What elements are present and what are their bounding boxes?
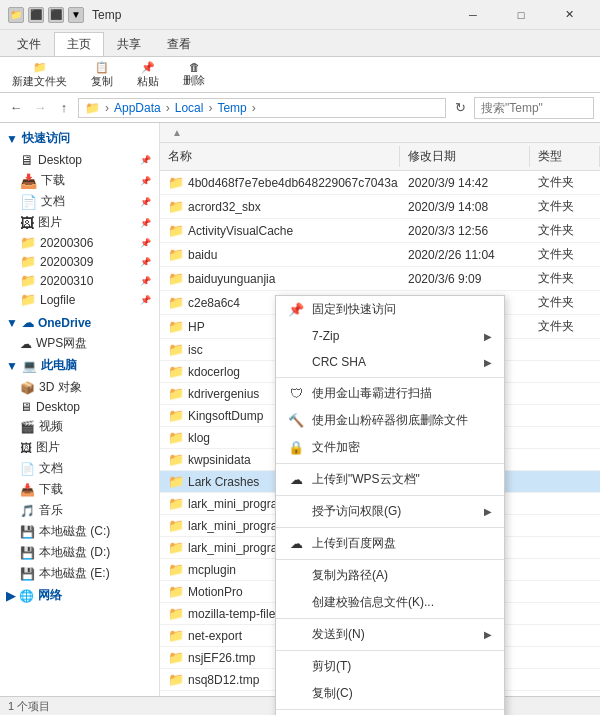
tab-share[interactable]: 共享 <box>104 32 154 56</box>
folder-icon: 📁 <box>20 273 36 288</box>
table-row[interactable]: 📁 baiduyunguanjia 2020/3/6 9:09 文件夹 <box>160 267 600 291</box>
sidebar-item-3d[interactable]: 📦 3D 对象 <box>0 377 159 398</box>
context-menu-item-upload_wps[interactable]: ☁上传到"WPS云文档" <box>276 466 504 493</box>
context-menu-item-pin[interactable]: 📌固定到快速访问 <box>276 296 504 323</box>
close-button[interactable]: ✕ <box>546 1 592 29</box>
sidebar-item-20200309[interactable]: 📁 20200309 📌 <box>0 252 159 271</box>
file-icon: 📁 <box>168 271 184 286</box>
col-header-date[interactable]: 修改日期 <box>400 146 530 167</box>
file-type <box>530 503 600 505</box>
context-menu-item-7zip[interactable]: 7-Zip▶ <box>276 323 504 349</box>
address-path[interactable]: 📁 › AppData › Local › Temp › <box>78 98 446 118</box>
quick-access-header[interactable]: ▼ 快速访问 <box>0 127 159 150</box>
file-icon: 📁 <box>168 386 184 401</box>
nav-icon-3[interactable]: ▼ <box>68 7 84 23</box>
file-name: acrord32_sbx <box>188 200 261 214</box>
sidebar-item-disk-d[interactable]: 💾 本地磁盘 (D:) <box>0 542 159 563</box>
search-input[interactable] <box>481 101 587 115</box>
ribbon-new-folder[interactable]: 📁 新建文件夹 <box>8 59 71 91</box>
sidebar: ▼ 快速访问 🖥 Desktop 📌 📥 下载 📌 📄 文档 📌 🖼 图片 📌 … <box>0 123 160 696</box>
context-menu-item-grant_access[interactable]: 授予访问权限(G)▶ <box>276 498 504 525</box>
file-name: 4b0d468f7e7ebe4db648229067c7043a <box>188 176 398 190</box>
context-menu-label: 上传到"WPS云文档" <box>312 471 492 488</box>
window-controls: ─ □ ✕ <box>450 1 592 29</box>
sidebar-item-label: 3D 对象 <box>39 379 82 396</box>
wps-label: WPS网盘 <box>36 335 87 352</box>
file-name: baiduyunguanjia <box>188 272 275 286</box>
path-appdata[interactable]: AppData <box>114 101 161 115</box>
tab-file[interactable]: 文件 <box>4 32 54 56</box>
ribbon-copy[interactable]: 📋 复制 <box>87 59 117 91</box>
context-menu-item-create_shortcut_link[interactable]: 创建校验信息文件(K)... <box>276 589 504 616</box>
sidebar-item-disk-c[interactable]: 💾 本地磁盘 (C:) <box>0 521 159 542</box>
refresh-button[interactable]: ↻ <box>450 98 470 118</box>
sidebar-item-docs2[interactable]: 📄 文档 <box>0 458 159 479</box>
ribbon-paste[interactable]: 📌 粘贴 <box>133 59 163 91</box>
file-name: mozilla-temp-files <box>188 607 281 621</box>
sidebar-item-disk-e[interactable]: 💾 本地磁盘 (E:) <box>0 563 159 584</box>
nav-icon-1[interactable]: ⬛ <box>28 7 44 23</box>
context-menu-item-encrypt[interactable]: 🔒文件加密 <box>276 434 504 461</box>
sidebar-item-desktop2[interactable]: 🖥 Desktop <box>0 398 159 416</box>
up-button[interactable]: ↑ <box>54 98 74 118</box>
file-icon: 📁 <box>168 694 184 696</box>
sidebar-item-video[interactable]: 🎬 视频 <box>0 416 159 437</box>
sidebar-item-20200310[interactable]: 📁 20200310 📌 <box>0 271 159 290</box>
sidebar-item-desktop[interactable]: 🖥 Desktop 📌 <box>0 150 159 170</box>
context-menu-item-copy[interactable]: 复制(C) <box>276 680 504 707</box>
file-type <box>530 569 600 571</box>
sidebar-item-downloads[interactable]: 📥 下载 📌 <box>0 170 159 191</box>
sidebar-item-logfile[interactable]: 📁 Logfile 📌 <box>0 290 159 309</box>
nav-icon-2[interactable]: ⬛ <box>48 7 64 23</box>
ribbon-delete[interactable]: 🗑 删除 <box>179 59 209 90</box>
file-name: kdocerlog <box>188 365 240 379</box>
context-menu-label: 上传到百度网盘 <box>312 535 492 552</box>
minimize-button[interactable]: ─ <box>450 1 496 29</box>
sidebar-item-music[interactable]: 🎵 音乐 <box>0 500 159 521</box>
sidebar-item-20200306[interactable]: 📁 20200306 📌 <box>0 233 159 252</box>
table-row[interactable]: 📁 baidu 2020/2/26 11:04 文件夹 <box>160 243 600 267</box>
context-menu-item-upload_baidu[interactable]: ☁上传到百度网盘 <box>276 530 504 557</box>
context-menu: 📌固定到快速访问7-Zip▶CRC SHA▶🛡使用金山毒霸进行扫描🔨使用金山粉碎… <box>275 295 505 715</box>
path-temp[interactable]: Temp <box>217 101 246 115</box>
sidebar-item-label: 本地磁盘 (E:) <box>39 565 110 582</box>
sidebar-item-wps[interactable]: ☁ WPS网盘 <box>0 333 159 354</box>
file-type <box>530 657 600 659</box>
back-button[interactable]: ← <box>6 98 26 118</box>
sidebar-item-pictures[interactable]: 🖼 图片 📌 <box>0 212 159 233</box>
tab-view[interactable]: 查看 <box>154 32 204 56</box>
sidebar-item-documents[interactable]: 📄 文档 📌 <box>0 191 159 212</box>
title-bar-icons: 📁 ⬛ ⬛ ▼ <box>8 7 84 23</box>
download-icon: 📥 <box>20 173 37 189</box>
file-type: 文件夹 <box>530 197 600 216</box>
col-header-type[interactable]: 类型 <box>530 146 600 167</box>
context-menu-item-shred[interactable]: 🔨使用金山粉碎器彻底删除文件 <box>276 407 504 434</box>
thispc-header[interactable]: ▼ 💻 此电脑 <box>0 354 159 377</box>
file-date: 2020/3/9 14:08 <box>400 199 530 215</box>
file-icon: 📁 <box>168 364 184 379</box>
context-menu-item-crc[interactable]: CRC SHA▶ <box>276 349 504 375</box>
path-local[interactable]: Local <box>175 101 204 115</box>
file-icon: 📁 <box>168 496 184 511</box>
sidebar-item-pictures2[interactable]: 🖼 图片 <box>0 437 159 458</box>
collapse-icon: ▼ <box>6 316 18 330</box>
network-header[interactable]: ▶ 🌐 网络 <box>0 584 159 607</box>
desktop-icon: 🖥 <box>20 152 34 168</box>
forward-button[interactable]: → <box>30 98 50 118</box>
delete-icon: 🗑 <box>189 61 200 73</box>
context-menu-divider <box>276 709 504 710</box>
context-menu-item-copy_path[interactable]: 复制为路径(A) <box>276 562 504 589</box>
col-header-name[interactable]: 名称 <box>160 146 400 167</box>
docs-icon2: 📄 <box>20 462 35 476</box>
table-row[interactable]: 📁 4b0d468f7e7ebe4db648229067c7043a 2020/… <box>160 171 600 195</box>
context-menu-item-scan[interactable]: 🛡使用金山毒霸进行扫描 <box>276 380 504 407</box>
context-menu-item-cut[interactable]: 剪切(T) <box>276 653 504 680</box>
table-row[interactable]: 📁 ActivityVisualCache 2020/3/3 12:56 文件夹 <box>160 219 600 243</box>
tab-home[interactable]: 主页 <box>54 32 104 56</box>
sidebar-item-downloads2[interactable]: 📥 下载 <box>0 479 159 500</box>
context-menu-item-send_to[interactable]: 发送到(N)▶ <box>276 621 504 648</box>
maximize-button[interactable]: □ <box>498 1 544 29</box>
onedrive-header[interactable]: ▼ ☁ OneDrive <box>0 313 159 333</box>
table-row[interactable]: 📁 acrord32_sbx 2020/3/9 14:08 文件夹 <box>160 195 600 219</box>
context-menu-divider <box>276 527 504 528</box>
